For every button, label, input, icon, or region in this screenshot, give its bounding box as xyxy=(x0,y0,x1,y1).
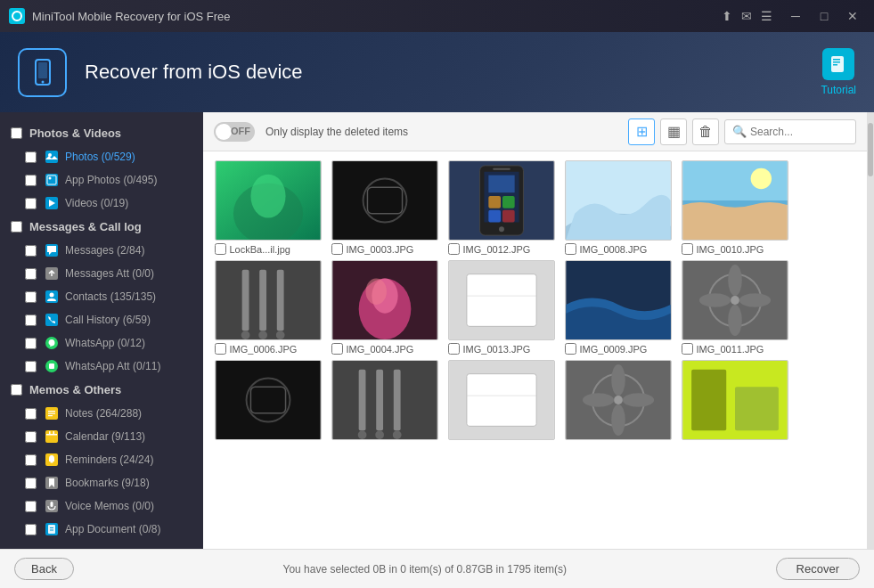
photo-label: IMG_0013.JPG xyxy=(448,343,555,355)
sidebar-item-bookmarks[interactable]: Bookmarks (9/18) xyxy=(0,471,203,494)
item-checkbox-notes[interactable] xyxy=(25,408,37,420)
sidebar-item-messages[interactable]: Messages (2/84) xyxy=(0,239,203,262)
photo-item[interactable]: LockBa...il.jpg xyxy=(212,160,323,255)
sidebar-item-calendar[interactable]: Calendar (9/113) xyxy=(0,425,203,448)
item-checkbox-messages[interactable] xyxy=(25,245,37,257)
menu-icon[interactable]: ☰ xyxy=(761,9,772,23)
svg-rect-5 xyxy=(833,59,840,61)
sidebar-item-app-photos[interactable]: App Photos (0/495) xyxy=(0,168,203,192)
item-checkbox-whatsapp-att[interactable] xyxy=(25,361,37,372)
maximize-button[interactable]: □ xyxy=(812,4,837,29)
item-checkbox-calendar[interactable] xyxy=(25,431,37,443)
toggle-switch[interactable]: OFF xyxy=(214,122,255,142)
scrollbar[interactable] xyxy=(867,112,874,549)
tutorial-button[interactable]: Tutorial xyxy=(821,48,856,96)
sidebar-item-whatsapp[interactable]: WhatsApp (0/12) xyxy=(0,331,203,355)
status-bar: Back You have selected 0B in 0 item(s) o… xyxy=(0,549,874,588)
sidebar-item-app-document[interactable]: App Document (0/8) xyxy=(0,518,203,541)
sidebar-item-photos[interactable]: Photos (0/529) xyxy=(0,145,203,168)
scroll-thumb[interactable] xyxy=(868,123,873,176)
photo-checkbox-3[interactable] xyxy=(448,243,460,255)
grid-view-button[interactable]: ⊞ xyxy=(628,118,655,145)
sidebar-item-whatsapp-att[interactable]: WhatsApp Att (0/11) xyxy=(0,355,203,378)
photo-thumbnail xyxy=(682,360,788,440)
search-box: 🔍 xyxy=(724,119,856,144)
photo-checkbox-9[interactable] xyxy=(565,343,576,355)
item-checkbox-voice-memos[interactable] xyxy=(25,501,37,512)
item-icon-voice-memos xyxy=(44,498,60,514)
photo-item[interactable]: IMG_0006.JPG xyxy=(212,260,323,355)
sidebar-item-notes[interactable]: Notes (264/288) xyxy=(0,402,203,425)
item-checkbox-bookmarks[interactable] xyxy=(25,478,37,489)
photo-thumbnail xyxy=(682,160,788,241)
group-checkbox-photos-videos[interactable] xyxy=(11,127,22,139)
photo-checkbox-5[interactable] xyxy=(682,243,693,255)
svg-point-83 xyxy=(698,293,730,307)
title-extra-icons: ⬆ ✉ ☰ xyxy=(722,9,772,23)
upload-icon[interactable]: ⬆ xyxy=(722,9,732,23)
list-view-button[interactable]: ▦ xyxy=(660,118,687,145)
photo-item[interactable]: IMG_0009.JPG xyxy=(562,260,674,355)
photo-checkbox-8[interactable] xyxy=(448,343,460,355)
photo-checkbox-6[interactable] xyxy=(215,343,226,355)
photo-item[interactable] xyxy=(679,360,790,443)
sidebar-item-reminders[interactable]: Reminders (24/24) xyxy=(0,448,203,471)
item-checkbox-app-document[interactable] xyxy=(25,524,37,535)
search-input[interactable] xyxy=(750,126,848,138)
sidebar-item-voice-memos[interactable]: Voice Memos (0/0) xyxy=(0,494,203,518)
close-button[interactable]: ✕ xyxy=(840,4,865,29)
item-checkbox-messages-att[interactable] xyxy=(25,268,37,280)
group-checkbox-memos-others[interactable] xyxy=(11,384,22,396)
photo-item[interactable]: IMG_0010.JPG xyxy=(679,160,790,255)
item-label-photos: Photos (0/529) xyxy=(65,151,135,163)
group-checkbox-messages-call[interactable] xyxy=(11,221,22,233)
item-checkbox-reminders[interactable] xyxy=(25,454,37,466)
photo-checkbox-1[interactable] xyxy=(215,243,226,255)
photo-item[interactable]: IMG_0008.JPG xyxy=(562,160,674,255)
minimize-button[interactable]: ─ xyxy=(783,4,808,29)
photo-item[interactable]: IMG_0003.JPG xyxy=(329,160,440,255)
photo-thumbnail xyxy=(448,160,555,241)
svg-point-67 xyxy=(241,331,249,339)
recover-button[interactable]: Recover xyxy=(776,558,860,580)
svg-rect-28 xyxy=(45,430,58,443)
sidebar-group-header-messages-call[interactable]: Messages & Call log xyxy=(0,215,203,239)
photo-item[interactable]: IMG_0012.JPG xyxy=(445,160,557,255)
item-checkbox-whatsapp[interactable] xyxy=(25,338,37,349)
photo-checkbox-7[interactable] xyxy=(331,343,343,355)
item-checkbox-videos[interactable] xyxy=(25,198,37,209)
item-checkbox-call-history[interactable] xyxy=(25,314,37,326)
sidebar-item-messages-att[interactable]: Messages Att (0/0) xyxy=(0,262,203,285)
toggle-track[interactable]: OFF xyxy=(214,122,255,142)
delete-button[interactable]: 🗑 xyxy=(692,118,719,145)
item-checkbox-photos[interactable] xyxy=(25,151,37,163)
svg-rect-20 xyxy=(45,314,58,326)
mail-icon[interactable]: ✉ xyxy=(741,9,752,23)
back-button[interactable]: Back xyxy=(14,558,74,580)
photo-item[interactable]: IMG_0013.JPG xyxy=(445,260,557,355)
book-icon xyxy=(822,48,854,80)
group-label-messages-call: Messages & Call log xyxy=(29,220,142,233)
photo-item[interactable]: IMG_0011.JPG xyxy=(679,260,790,355)
sidebar-item-call-history[interactable]: Call History (6/59) xyxy=(0,308,203,331)
photo-item[interactable] xyxy=(329,360,440,443)
photo-checkbox-10[interactable] xyxy=(682,343,693,355)
photo-item[interactable] xyxy=(445,360,557,443)
sidebar-group-header-photos-videos[interactable]: Photos & Videos xyxy=(0,121,203,145)
item-checkbox-contacts[interactable] xyxy=(25,291,37,303)
photo-item[interactable] xyxy=(212,360,323,443)
svg-point-80 xyxy=(728,265,742,296)
photo-checkbox-4[interactable] xyxy=(565,243,576,255)
header-title: Recover from iOS device xyxy=(85,61,303,84)
svg-point-43 xyxy=(250,175,285,218)
item-checkbox-app-photos[interactable] xyxy=(25,175,37,186)
header: Recover from iOS device Tutorial xyxy=(0,32,874,112)
photo-item[interactable]: IMG_0004.JPG xyxy=(329,260,440,355)
photo-item[interactable] xyxy=(562,360,674,443)
sidebar-group-header-memos-others[interactable]: Memos & Others xyxy=(0,378,203,402)
svg-rect-8 xyxy=(45,151,58,163)
photo-checkbox-2[interactable] xyxy=(331,243,343,255)
sidebar-item-contacts[interactable]: Contacts (135/135) xyxy=(0,285,203,308)
sidebar-item-videos[interactable]: Videos (0/19) xyxy=(0,192,203,215)
svg-point-91 xyxy=(375,430,384,439)
